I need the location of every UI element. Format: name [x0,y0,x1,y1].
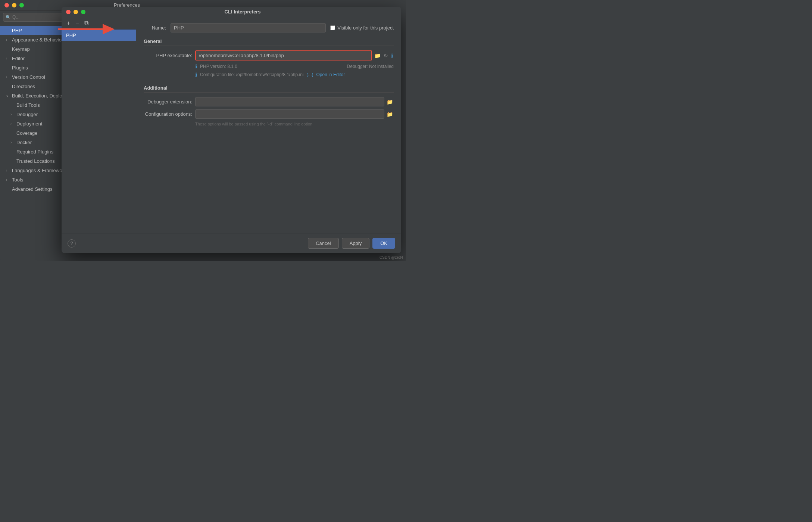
apply-button[interactable]: Apply [342,238,370,249]
footer-right: Cancel Apply OK [308,238,395,249]
config-options-row: Configuration options: 📁 [144,109,394,119]
debugger-browse-button[interactable]: 📁 [386,99,394,105]
debugger-extension-input[interactable] [195,97,384,106]
dialog-maximize-button[interactable] [81,10,85,14]
sidebar-item-label: Tools [12,177,23,183]
sidebar-item-label: Appearance & Behavior [12,37,63,43]
dialog-minimize-button[interactable] [74,10,78,14]
sidebar-item-label: Deployment [16,121,42,127]
chevron-icon: › [10,140,15,145]
cli-footer: ? Cancel Apply OK [62,233,401,253]
name-label: Name: [144,25,166,31]
config-options-input-wrapper: 📁 [195,109,394,119]
php-executable-input[interactable] [195,50,372,60]
cli-dialog: CLI Interpreters + − ⧉ PHP Name: [62,7,401,253]
close-button[interactable] [4,3,9,7]
sidebar-item-label: Version Control [12,74,45,80]
cli-left-panel: + − ⧉ PHP [62,17,136,233]
cli-name-row: Name: Visible only for this project [144,23,394,32]
debugger-extension-label: Debugger extension: [144,99,192,105]
cli-dialog-title: CLI Interpreters [88,9,397,15]
sidebar-item-label: Required Plugins [16,149,53,155]
sidebar-item-label: Debugger [16,112,38,117]
debugger-status-text: Debugger: Not installed [347,64,394,69]
sidebar-item-label: Trusted Locations [16,158,55,164]
chevron-icon: › [10,112,15,116]
sidebar-item-label: Docker [16,140,32,145]
sidebar-item-label: Editor [12,56,25,61]
sidebar-item-label: Build Tools [16,102,40,108]
chevron-icon: › [6,168,10,173]
php-version-text: PHP version: 8.1.0 [200,64,237,69]
refresh-button[interactable]: ↻ [383,53,389,59]
visible-checkbox[interactable] [330,25,335,30]
additional-section: Additional Debugger extension: 📁 Configu… [144,85,394,126]
sidebar-item-label: Languages & Frameworks [12,168,69,173]
sidebar-item-label: Directories [12,84,35,89]
info-icon: ℹ [195,72,197,78]
visible-checkbox-row: Visible only for this project [330,25,394,31]
sidebar-item-label: Advanced Settings [12,186,52,192]
php-executable-label: PHP executable: [144,53,192,58]
php-version-row: ℹ PHP version: 8.1.0 Debugger: Not insta… [144,63,394,69]
php-executable-row: PHP executable: 📁 ↻ ℹ [144,50,394,60]
config-hint-text: These options will be passed using the "… [144,122,394,126]
sidebar-item-label: PHP [12,28,22,33]
sidebar-item-label: Coverage [16,130,37,136]
browse-folder-button[interactable]: 📁 [374,53,381,59]
config-options-browse-button[interactable]: 📁 [386,111,394,117]
chevron-icon: › [6,178,10,182]
chevron-icon: › [10,122,15,126]
general-section-title: General [144,38,394,46]
debugger-extension-input-wrapper: 📁 [195,97,394,106]
php-executable-input-wrapper: 📁 ↻ ℹ [195,50,394,60]
chevron-icon: › [6,38,10,42]
config-file-text: Configuration file: /opt/homebrew/etc/ph… [200,72,304,77]
red-arrow [58,23,118,36]
sidebar-item-label: Plugins [12,65,28,71]
config-options-label: Configuration options: [144,111,192,117]
debugger-extension-row: Debugger extension: 📁 [144,97,394,106]
footer-left: ? [68,239,76,248]
cli-body: + − ⧉ PHP Name: Visible only for this pr… [62,17,401,233]
maximize-button[interactable] [19,3,24,7]
cli-interpreters-list: PHP [62,29,136,233]
info-button[interactable]: ℹ [390,53,394,59]
chevron-icon: › [6,56,10,60]
cli-right-panel: Name: Visible only for this project Gene… [136,17,401,233]
additional-section-title: Additional [144,85,394,93]
name-input[interactable] [171,23,326,32]
minimize-button[interactable] [12,3,16,7]
config-file-row: ℹ Configuration file: /opt/homebrew/etc/… [144,72,394,78]
search-icon: 🔍 [6,15,11,20]
sidebar-item-label: Keymap [12,46,30,52]
config-file-dots[interactable]: (...) [307,72,313,77]
general-section: General PHP executable: 📁 ↻ ℹ ℹ PHP vers… [144,38,394,78]
help-button[interactable]: ? [68,239,76,248]
chevron-icon: ∨ [6,94,10,98]
chevron-icon: › [6,75,10,79]
cli-titlebar: CLI Interpreters [62,7,401,17]
watermark: CSDN @zed4 [380,255,403,260]
dialog-close-button[interactable] [66,10,71,14]
visible-checkbox-label: Visible only for this project [337,25,394,31]
info-icon: ℹ [195,63,197,69]
cancel-button[interactable]: Cancel [308,238,338,249]
open-in-editor-link[interactable]: Open in Editor [316,72,345,77]
ok-button[interactable]: OK [372,238,395,249]
config-options-input[interactable] [195,109,384,119]
